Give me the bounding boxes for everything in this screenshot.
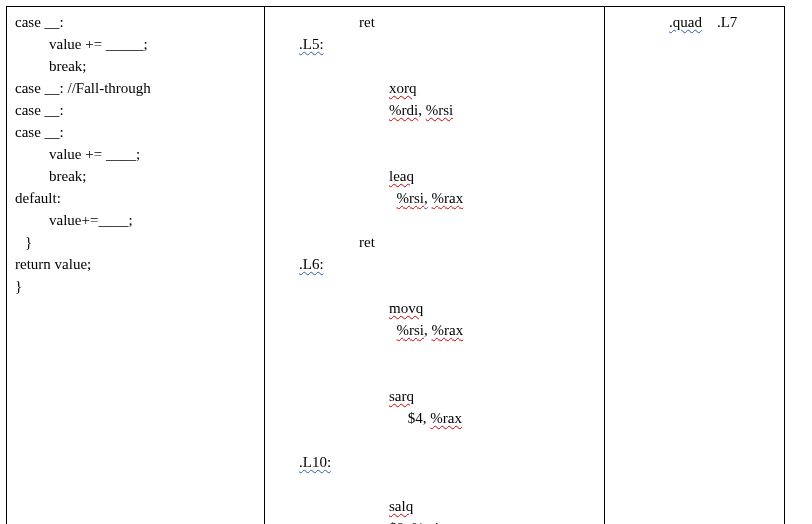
- c-line: value += ____;: [15, 143, 256, 165]
- asm-line: movq %rsi, %rax: [273, 275, 596, 363]
- c-line: break;: [15, 55, 256, 77]
- c-line: }: [15, 231, 256, 253]
- c-line: break;: [15, 165, 256, 187]
- c-line: value+=____;: [15, 209, 256, 231]
- c-line: return value;: [15, 253, 256, 275]
- right-cell: .quad .L7: [605, 7, 785, 525]
- c-line: }: [15, 275, 256, 297]
- asm-line: xorq %rdi, %rsi: [273, 55, 596, 143]
- c-line: case __:: [15, 121, 256, 143]
- c-line: case __:: [15, 11, 256, 33]
- c-code-cell: case __: value += _____; break; case __:…: [7, 7, 265, 525]
- asm-line: leaq %rsi, %rax: [273, 143, 596, 231]
- asm-line: ret: [273, 231, 596, 253]
- c-line: value += _____;: [15, 33, 256, 55]
- asm-label: .L6:: [273, 253, 596, 275]
- c-line: case __: //Fall-through: [15, 77, 256, 99]
- quad-entry: .quad .L7: [613, 11, 776, 33]
- asm-line: salq $8, %rsi: [273, 473, 596, 524]
- asm-line: ret: [273, 11, 596, 33]
- code-table: case __: value += _____; break; case __:…: [6, 6, 785, 524]
- asm-cell: ret .L5: xorq %rdi, %rsi leaq %rsi, %rax…: [265, 7, 605, 525]
- c-line: default:: [15, 187, 256, 209]
- asm-label: .L10:: [273, 451, 596, 473]
- c-line: case __:: [15, 99, 256, 121]
- asm-label: .L5:: [273, 33, 596, 55]
- asm-line: sarq $4, %rax: [273, 363, 596, 451]
